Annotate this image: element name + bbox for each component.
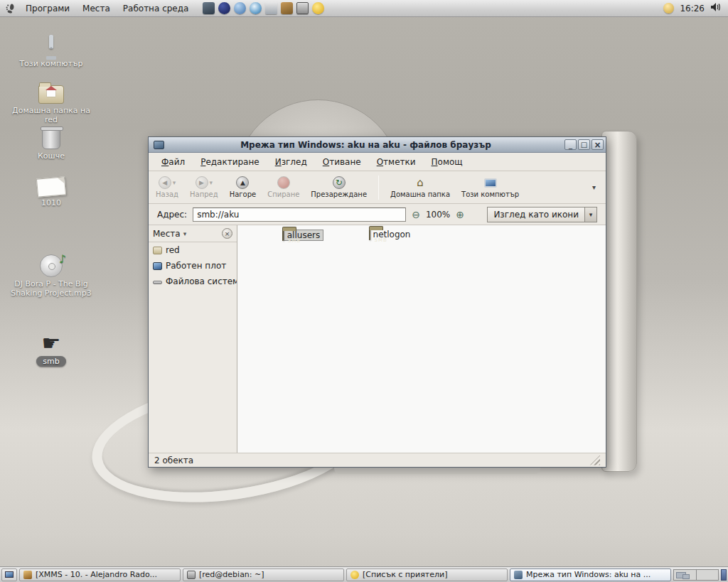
desktop-icon-trash[interactable]: Кошче	[9, 124, 94, 161]
terminal-icon	[187, 571, 196, 579]
desktop-icon-computer[interactable]: Този компютър	[9, 31, 94, 68]
file-pane[interactable]: SMB allusers SMB netlogon	[237, 225, 606, 453]
window-titlebar[interactable]: Мрежа тип Windows: aku на aku - файлов б…	[149, 137, 606, 153]
task-terminal[interactable]: [red@debian: ~]	[183, 568, 344, 581]
sidebar: Места ▾ × red Работен плот Файлова систе…	[149, 225, 237, 453]
window-content: Места ▾ × red Работен плот Файлова систе…	[149, 225, 606, 453]
home-icon	[153, 247, 162, 254]
menu-file[interactable]: Файл	[154, 155, 192, 169]
sidebar-header: Места ▾ ×	[149, 225, 237, 242]
resize-grip[interactable]	[590, 456, 600, 465]
desktop-icon-home[interactable]: Домашна папка на red	[9, 78, 94, 124]
desktop-icon-mp3[interactable]: ♪ DJ Bora P - The Big Shaking Project.mp…	[9, 252, 94, 298]
toolbar-overflow-icon[interactable]: ▾	[589, 180, 599, 194]
workspace-switcher[interactable]	[673, 569, 719, 581]
status-text: 2 обекта	[154, 456, 193, 465]
menu-places[interactable]: Места	[77, 2, 116, 15]
zoom-out-icon[interactable]: ⊖	[412, 210, 420, 220]
show-desktop-button[interactable]	[1, 568, 17, 581]
close-button[interactable]: ×	[592, 139, 604, 150]
window-title: Мрежа тип Windows: aku на aku - файлов б…	[167, 140, 564, 150]
menu-edit[interactable]: Редактиране	[193, 155, 267, 169]
view-mode-select[interactable]: Изглед като икони ▾	[487, 207, 597, 222]
address-input[interactable]	[193, 208, 406, 222]
top-panel: Програми Места Работна среда 16:26	[0, 0, 728, 17]
workspace-1[interactable]	[674, 570, 696, 580]
terminal-icon[interactable]	[296, 2, 309, 14]
gnome-foot-icon[interactable]	[4, 2, 17, 15]
smb-label-badge: smb	[36, 356, 65, 367]
back-icon: ◀	[159, 176, 171, 189]
maximize-button[interactable]: □	[578, 139, 590, 150]
speaker-icon[interactable]	[710, 2, 721, 14]
file-browser-window: Мрежа тип Windows: aku на aku - файлов б…	[148, 136, 606, 468]
sidebar-item-red[interactable]: red	[149, 242, 237, 258]
desktop-icon-1010[interactable]: 1010	[9, 171, 94, 208]
desktop-icon-smb[interactable]: ☛ smb	[9, 328, 94, 367]
toolbar-separator	[378, 176, 379, 200]
task-buddy-list[interactable]: [Списък с приятели]	[346, 568, 508, 581]
sidebar-item-filesystem[interactable]: Файлова система	[149, 274, 237, 289]
minimize-button[interactable]: _	[564, 139, 577, 150]
home-button[interactable]: ⌂ Домашна папка	[390, 176, 450, 198]
document-icon	[9, 171, 94, 196]
taskbar: [XMMS - 10. - Alejandro Rado... [red@deb…	[0, 566, 728, 582]
window-icon	[154, 141, 164, 149]
address-label: Адрес:	[157, 210, 187, 220]
menu-applications[interactable]: Програми	[20, 2, 75, 15]
home-icon: ⌂	[417, 178, 424, 188]
zoom-level: 100%	[426, 210, 450, 220]
location-bar: Адрес: ⊖ 100% ⊕ Изглед като икони ▾	[149, 204, 606, 225]
status-bar: 2 обекта	[149, 453, 606, 467]
sidebar-close-icon[interactable]: ×	[222, 228, 232, 239]
mail-icon[interactable]	[265, 2, 277, 14]
stop-button[interactable]: Спиране	[267, 176, 299, 198]
menu-desktop[interactable]: Работна среда	[117, 2, 195, 15]
menu-bookmarks[interactable]: Отметки	[370, 155, 423, 169]
menu-help[interactable]: Помощ	[424, 155, 470, 169]
forward-button[interactable]: ▶▾ Напред	[190, 176, 218, 198]
globe-icon[interactable]	[250, 2, 262, 14]
workspace-2[interactable]	[696, 570, 718, 580]
panel-clock[interactable]: 16:26	[680, 4, 705, 14]
window-toolbar: ◀▾ Назад ▶▾ Напред ▲ Нагоре Спиране ↻ Пр…	[149, 171, 606, 204]
up-icon: ▲	[236, 176, 249, 189]
sidebar-selector-dropdown-icon[interactable]: ▾	[183, 230, 187, 237]
panel-right-area: 16:26	[663, 2, 724, 14]
smb-folder-icon: SMB	[369, 229, 370, 240]
package-icon[interactable]	[281, 2, 293, 14]
desktop-icon-label: Този компютър	[9, 59, 94, 68]
audio-cd-icon: ♪	[9, 252, 94, 277]
computer-icon	[484, 178, 497, 188]
forward-icon: ▶	[196, 176, 208, 189]
menu-go[interactable]: Отиване	[316, 155, 368, 169]
screen-tool-icon[interactable]	[203, 2, 215, 14]
panel-launchers	[203, 2, 324, 14]
computer-button[interactable]: Този компютър	[461, 176, 519, 198]
show-desktop-icon	[5, 571, 14, 578]
task-xmms[interactable]: [XMMS - 10. - Alejandro Rado...	[19, 568, 181, 581]
task-file-browser[interactable]: Мрежа тип Windows: aku на ...	[510, 568, 671, 581]
file-item-netlogon[interactable]: SMB netlogon	[357, 230, 425, 239]
session-icon[interactable]	[663, 3, 674, 14]
web-browser-dark-icon[interactable]	[218, 2, 230, 14]
chat-icon[interactable]	[312, 2, 324, 14]
up-button[interactable]: ▲ Нагоре	[230, 176, 257, 198]
file-item-allusers[interactable]: SMB allusers	[269, 230, 337, 241]
desktop-icon-label: 1010	[9, 198, 94, 208]
computer-icon	[9, 31, 94, 57]
desktop-icon-label: DJ Bora P - The Big Shaking Project.mp3	[9, 279, 94, 298]
sidebar-item-desktop[interactable]: Работен плот	[149, 258, 237, 274]
desktop-icon	[153, 262, 162, 270]
trash-icon	[9, 124, 94, 149]
zoom-in-icon[interactable]: ⊕	[456, 210, 464, 220]
web-browser-blue-icon[interactable]	[234, 2, 246, 14]
smb-folder-icon: SMB	[282, 230, 284, 241]
taskbar-edge-applet[interactable]	[721, 569, 727, 581]
sidebar-selector[interactable]: Места	[153, 229, 181, 239]
reload-icon: ↻	[333, 176, 346, 189]
wallpaper-tower	[601, 131, 637, 472]
reload-button[interactable]: ↻ Презареждане	[311, 176, 367, 198]
back-button[interactable]: ◀▾ Назад	[156, 176, 178, 198]
menu-view[interactable]: Изглед	[268, 155, 314, 169]
